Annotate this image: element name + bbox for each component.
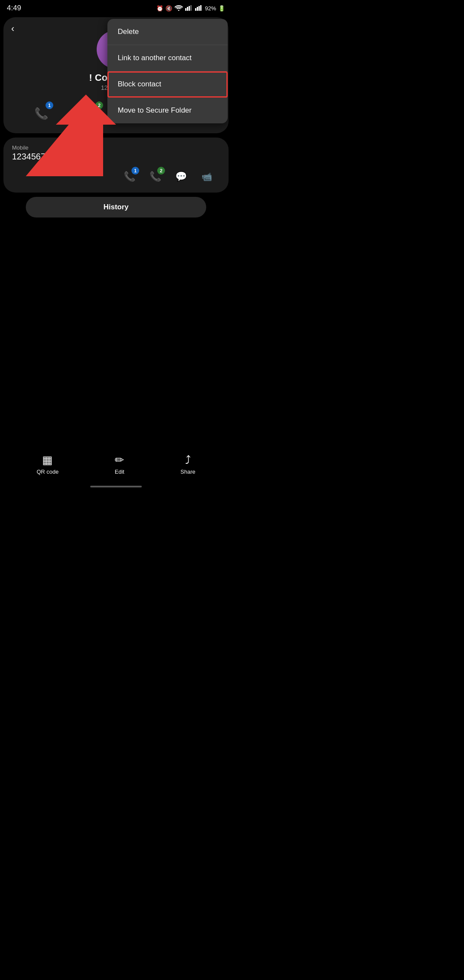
mobile-call-1-wrapper: 📞 1 <box>120 168 138 186</box>
svg-rect-4 <box>190 5 192 11</box>
mobile-call-badge-1: 1 <box>131 167 139 175</box>
home-indicator <box>90 486 142 487</box>
call-button-1[interactable]: 📞 1 <box>30 102 52 125</box>
call-button-2[interactable]: 📞 2 <box>80 102 102 125</box>
link-contact-label: Link to another contact <box>118 54 192 62</box>
battery-icon: 🔋 <box>218 5 225 12</box>
mobile-label: Mobile <box>12 144 220 151</box>
back-button[interactable]: ‹ <box>11 23 14 34</box>
battery-text: 92% <box>205 5 216 12</box>
wifi-icon <box>174 5 183 12</box>
svg-rect-3 <box>189 6 190 11</box>
svg-rect-8 <box>200 5 201 11</box>
svg-rect-1 <box>185 8 186 11</box>
svg-rect-2 <box>187 7 188 11</box>
share-button[interactable]: ⤴ Share <box>180 453 195 475</box>
share-label: Share <box>180 469 195 475</box>
dropdown-menu: Delete Link to another contact Block con… <box>107 19 228 123</box>
call-badge-2: 2 <box>95 101 103 109</box>
mute-icon: 🔇 <box>165 5 172 12</box>
mobile-video-wrapper: 📹 <box>198 168 216 186</box>
signal2-icon <box>195 5 203 12</box>
history-label: History <box>104 203 129 211</box>
qr-code-label: QR code <box>37 469 58 475</box>
mobile-number: 123456789 <box>12 152 220 162</box>
edit-button[interactable]: ✏ Edit <box>115 453 124 475</box>
block-contact-label: Block contact <box>118 80 161 88</box>
mobile-card: Mobile 123456789 📞 1 📞 2 💬 📹 <box>3 138 229 193</box>
call-badge-1: 1 <box>46 101 53 109</box>
phone-icon-1: 📞 <box>34 107 48 120</box>
dropdown-block-contact[interactable]: Block contact <box>107 71 228 98</box>
svg-rect-5 <box>195 8 196 11</box>
status-icons: ⏰ 🔇 92% <box>156 5 225 12</box>
alarm-icon: ⏰ <box>156 5 163 12</box>
dropdown-link-contact[interactable]: Link to another contact <box>107 45 228 71</box>
mobile-call-button-1[interactable]: 📞 1 <box>120 168 138 186</box>
mobile-message-icon: 💬 <box>175 171 187 182</box>
dropdown-delete[interactable]: Delete <box>107 19 228 45</box>
secure-folder-label: Move to Secure Folder <box>118 106 192 114</box>
status-bar: 4:49 ⏰ 🔇 <box>0 0 232 15</box>
mobile-video-icon: 📹 <box>201 172 212 182</box>
edit-icon: ✏ <box>115 453 124 467</box>
qr-code-icon: ▦ <box>42 453 53 467</box>
signal-icon <box>185 5 193 12</box>
mobile-message-wrapper: 💬 <box>172 168 190 186</box>
share-icon: ⤴ <box>185 453 191 467</box>
dropdown-secure-folder[interactable]: Move to Secure Folder <box>107 98 228 123</box>
status-time: 4:49 <box>7 4 21 12</box>
delete-label: Delete <box>118 28 139 36</box>
mobile-video-button[interactable]: 📹 <box>198 168 216 186</box>
mobile-call-button-2[interactable]: 📞 2 <box>146 168 164 186</box>
mobile-action-row: 📞 1 📞 2 💬 📹 <box>12 168 220 186</box>
call-icon-2-wrapper: 📞 2 <box>80 102 102 125</box>
phone-icon-2: 📞 <box>84 107 98 120</box>
history-button[interactable]: History <box>26 197 206 217</box>
svg-rect-7 <box>198 6 200 11</box>
bottom-bar: ▦ QR code ✏ Edit ⤴ Share <box>0 447 232 490</box>
svg-rect-6 <box>197 7 198 11</box>
mobile-call-2-wrapper: 📞 2 <box>146 168 164 186</box>
edit-label: Edit <box>115 469 124 475</box>
svg-point-0 <box>178 9 179 11</box>
call-icon-1-wrapper: 📞 1 <box>30 102 52 125</box>
mobile-message-button[interactable]: 💬 <box>172 168 190 186</box>
mobile-call-badge-2: 2 <box>157 167 165 175</box>
qr-code-button[interactable]: ▦ QR code <box>37 453 58 475</box>
